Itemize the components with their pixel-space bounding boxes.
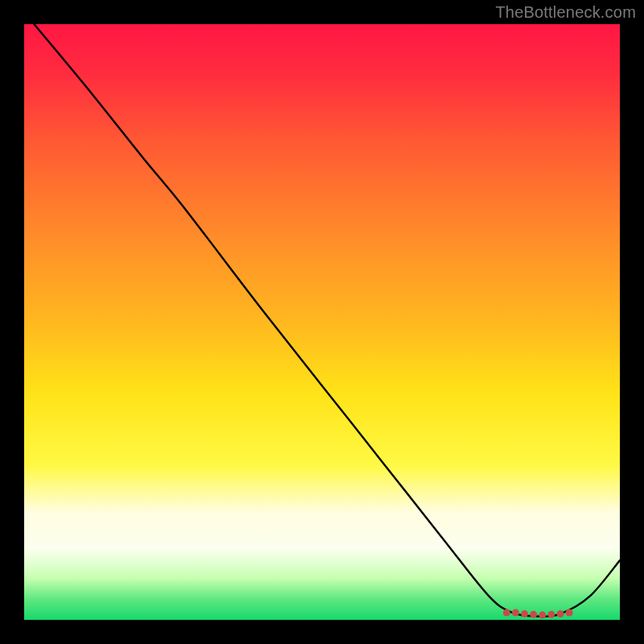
scatter-dot: [547, 611, 555, 618]
scatter-dot: [521, 610, 528, 617]
scatter-dot: [566, 609, 573, 617]
chart-stage: TheBottleneck.com: [0, 0, 644, 644]
scatter-dot: [539, 612, 546, 619]
scatter-dot: [512, 609, 519, 617]
scatter-dot: [530, 611, 537, 618]
scatter-dot: [503, 609, 510, 617]
chart-svg: [24, 24, 620, 620]
plot-area: [24, 24, 620, 620]
scatter-dot: [557, 610, 564, 617]
attribution-text: TheBottleneck.com: [495, 3, 636, 22]
chart-background: [24, 24, 620, 620]
